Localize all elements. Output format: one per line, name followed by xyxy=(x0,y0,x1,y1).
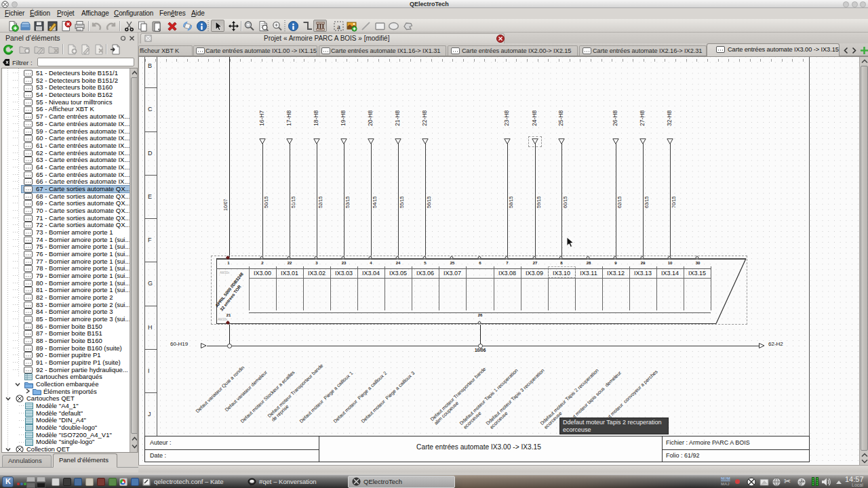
svg-text:a: a xyxy=(337,22,340,30)
